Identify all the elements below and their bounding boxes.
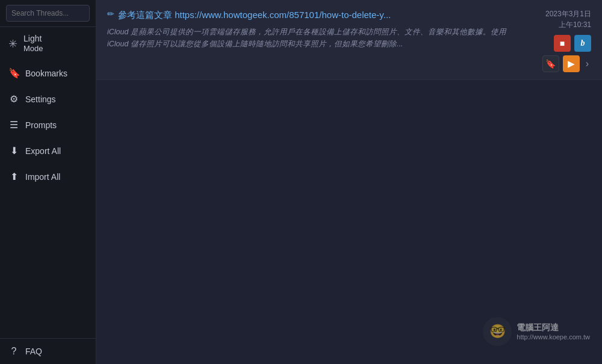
play-button[interactable]: ▶ — [563, 55, 580, 72]
export-icon: ⬇ — [8, 145, 19, 156]
watermark: 🤓 電腦王阿達 http://www.koepe.com.tw — [483, 317, 590, 346]
note-icon: b — [581, 39, 585, 48]
sun-icon: ✳ — [8, 37, 17, 51]
watermark-site-name: 電腦王阿達 — [517, 322, 590, 333]
search-input[interactable] — [6, 5, 90, 22]
sidebar-item-prompts[interactable]: ☰ Prompts — [0, 112, 96, 138]
sidebar-item-settings[interactable]: ⚙ Settings — [0, 86, 96, 112]
sidebar-item-bookmarks[interactable]: 🔖 Bookmarks — [0, 60, 96, 86]
action-row-top: ■ b — [554, 35, 591, 52]
chevron-right-icon[interactable]: › — [583, 58, 591, 69]
sidebar: ✳ Light Mode 🔖 Bookmarks ⚙ Settings ☰ Pr… — [0, 0, 96, 364]
sidebar-label-prompts: Prompts — [25, 120, 57, 130]
thread-time-text: 上午10:31 — [545, 19, 591, 30]
sidebar-item-faq[interactable]: ? FAQ — [0, 339, 96, 364]
bookmark-icon: 🔖 — [8, 67, 19, 79]
thread-preview: iCloud 是蘋果公司提供的一項雲端儲存服務，允許用戶在各種設備上儲存和訪問照… — [107, 26, 512, 50]
sidebar-item-import[interactable]: ⬆ Import All — [0, 164, 96, 190]
thread-content: ✏ 參考這篇文章 https://www.howtogeek.com/85710… — [107, 8, 512, 50]
sidebar-bottom: ? FAQ — [0, 338, 96, 364]
sidebar-label-import: Import All — [25, 172, 60, 182]
sidebar-item-export[interactable]: ⬇ Export All — [0, 138, 96, 164]
bookmark-btn-icon: 🔖 — [545, 59, 556, 69]
main-content: ✏ 參考這篇文章 https://www.howtogeek.com/85710… — [96, 0, 602, 364]
bookmark-button[interactable]: 🔖 — [542, 55, 559, 72]
sidebar-label-settings: Settings — [25, 94, 56, 104]
light-mode-label: Light — [23, 33, 43, 44]
thread-meta: 2023年3月1日 上午10:31 ■ b 🔖 ▶ — [519, 8, 591, 72]
settings-icon: ⚙ — [8, 93, 19, 105]
prompts-icon: ☰ — [8, 119, 19, 131]
watermark-url: http://www.koepe.com.tw — [517, 333, 590, 341]
thread-date-text: 2023年3月1日 — [545, 8, 591, 19]
thread-card: ✏ 參考這篇文章 https://www.howtogeek.com/85710… — [96, 0, 602, 80]
edit-icon: ✏ — [107, 9, 114, 19]
thread-actions: ■ b 🔖 ▶ › — [542, 35, 591, 72]
search-box — [0, 0, 96, 27]
thread-date: 2023年3月1日 上午10:31 — [545, 8, 591, 30]
watermark-text: 電腦王阿達 http://www.koepe.com.tw — [517, 322, 590, 341]
thread-title-text[interactable]: 參考這篇文章 https://www.howtogeek.com/857101/… — [118, 8, 391, 21]
sidebar-label-bookmarks: Bookmarks — [25, 69, 67, 78]
thread-title: ✏ 參考這篇文章 https://www.howtogeek.com/85710… — [107, 8, 512, 21]
light-mode-toggle[interactable]: ✳ Light Mode — [0, 27, 96, 60]
faq-icon: ? — [8, 346, 19, 357]
sidebar-label-faq: FAQ — [25, 347, 42, 356]
note-button[interactable]: b — [574, 35, 591, 52]
sidebar-label-export: Export All — [25, 146, 61, 156]
light-mode-sublabel: Mode — [23, 44, 43, 54]
delete-icon: ■ — [560, 39, 565, 48]
play-icon: ▶ — [568, 59, 574, 69]
action-row-bottom: 🔖 ▶ › — [542, 55, 591, 72]
import-icon: ⬆ — [8, 171, 19, 182]
delete-button[interactable]: ■ — [554, 35, 571, 52]
watermark-avatar: 🤓 — [483, 317, 512, 346]
watermark-avatar-icon: 🤓 — [489, 324, 506, 339]
